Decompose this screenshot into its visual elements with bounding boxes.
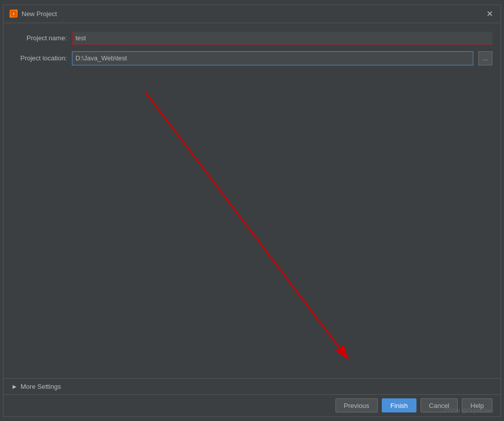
more-settings-toggle[interactable]: ▶ bbox=[12, 383, 18, 389]
project-name-row: Project name: bbox=[12, 31, 492, 45]
finish-button[interactable]: Finish bbox=[382, 398, 416, 412]
title-bar-left: I New Project bbox=[10, 10, 57, 18]
project-location-row: Project location: ... bbox=[12, 51, 492, 65]
svg-line-3 bbox=[145, 92, 348, 359]
dialog-title: New Project bbox=[22, 10, 57, 18]
annotation-arrow bbox=[4, 23, 500, 394]
new-project-dialog: I New Project ✕ Project name: Project lo… bbox=[3, 5, 501, 417]
project-location-input[interactable] bbox=[72, 51, 473, 65]
more-settings-label: More Settings bbox=[21, 383, 61, 390]
title-bar: I New Project ✕ bbox=[4, 5, 500, 23]
previous-button[interactable]: Previous bbox=[335, 398, 378, 412]
project-name-label: Project name: bbox=[12, 34, 67, 42]
project-name-input[interactable] bbox=[72, 31, 492, 45]
browse-button[interactable]: ... bbox=[478, 51, 492, 65]
app-icon: I bbox=[10, 10, 18, 18]
dialog-footer: Previous Finish Cancel Help CSDN @SuperG… bbox=[4, 394, 500, 416]
svg-text:I: I bbox=[13, 12, 14, 16]
watermark: CSDN @SuperGao bbox=[444, 407, 492, 413]
dialog-content: Project name: Project location: ... bbox=[4, 23, 500, 394]
more-settings-section: ▶ More Settings bbox=[4, 378, 500, 394]
project-location-label: Project location: bbox=[12, 54, 67, 62]
close-button[interactable]: ✕ bbox=[484, 9, 494, 19]
